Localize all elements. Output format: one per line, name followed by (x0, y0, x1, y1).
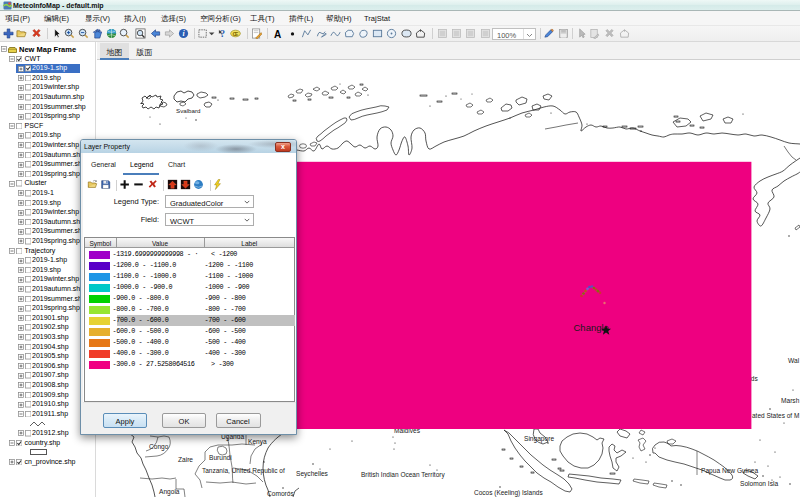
svg-text:Changle: Changle (574, 322, 609, 333)
svg-text:Comoros: Comoros (267, 490, 294, 497)
svg-text:Seychelles: Seychelles (296, 470, 329, 478)
svg-text:Marsh: Marsh (781, 397, 800, 404)
svg-text:Angola: Angola (159, 488, 180, 496)
svg-text:Singapore: Singapore (524, 435, 554, 443)
svg-text:Wal: Wal (788, 357, 800, 364)
svg-text:Burundi: Burundi (209, 454, 232, 461)
svg-text:Solomon Isla: Solomon Isla (740, 480, 778, 487)
svg-text:Congo: Congo (149, 443, 169, 451)
svg-text:ated States of M: ated States of M (752, 412, 799, 419)
svg-text:British Indian Ocean Territory: British Indian Ocean Territory (361, 471, 445, 479)
svg-text:ds: ds (751, 375, 759, 382)
svg-text:Kenya: Kenya (248, 438, 267, 446)
svg-text:Œ: Œ (233, 31, 239, 37)
svg-text:Tanzania, United Republic of: Tanzania, United Republic of (202, 467, 285, 475)
svg-text:Cocos (Keeling) Islands: Cocos (Keeling) Islands (474, 489, 543, 497)
svg-text:Svalbard: Svalbard (176, 107, 201, 114)
svg-text:Zaire: Zaire (178, 456, 193, 463)
